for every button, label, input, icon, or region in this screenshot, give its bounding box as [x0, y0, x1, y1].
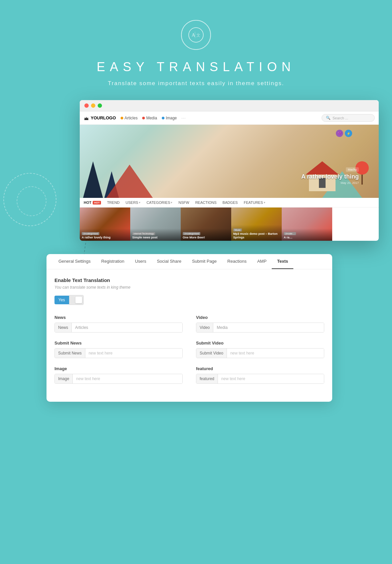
tab-social-share[interactable]: Social Share	[151, 254, 187, 269]
field-group-submit-video: Submit Video Submit Video	[196, 341, 324, 358]
field-input-image[interactable]	[73, 374, 182, 383]
media-dot	[142, 117, 145, 119]
thumb-title-2: Simple news post	[132, 236, 179, 239]
dark-tree-1	[83, 161, 103, 198]
section-title: Enable Text Translation	[54, 277, 324, 283]
content-navbar: HOT HOT TREND USERS ▾ CATEGORIES ▾ NSFW …	[80, 198, 379, 208]
field-prefix-submit-video: Submit Video	[196, 349, 227, 358]
nav-categories[interactable]: CATEGORIES ▾	[147, 201, 172, 205]
toggle-row[interactable]: Yes	[54, 295, 324, 305]
thumb-cat-5: Uncate…	[284, 232, 296, 235]
red-mountain	[106, 165, 153, 198]
site-logo: YOURLOGO	[84, 115, 116, 121]
page-subtitle: Translate some important texts easily in…	[7, 80, 385, 87]
thumb-item-3[interactable]: Uncategorised One More Beer!	[181, 208, 231, 241]
translation-icon: A 文	[188, 27, 204, 43]
svg-point-0	[189, 28, 203, 42]
categories-label: CATEGORIES	[147, 201, 170, 205]
thumb-cat-1: Uncategorised	[82, 232, 99, 235]
tree-trunk	[361, 175, 363, 185]
thumb-item-5[interactable]: Uncate… A ra…	[282, 208, 332, 241]
thumb-cat-2: Internet Technology	[132, 232, 155, 235]
field-input-submit-news[interactable]	[85, 349, 182, 358]
search-placeholder: Search ...	[333, 116, 348, 120]
thumb-cat-4: Music	[233, 228, 242, 231]
thumb-overlay-1: Uncategorised A rather lovely thing	[80, 228, 130, 241]
toggle-yes-label: Yes	[54, 296, 69, 304]
settings-panel: General Settings Registration Users Soci…	[47, 254, 332, 402]
field-input-row-featured: featured	[196, 374, 324, 384]
thumb-overlay-3: Uncategorised One More Beer!	[181, 228, 231, 241]
tab-texts[interactable]: Texts	[272, 254, 293, 269]
field-input-row-submit-news: Submit News	[54, 348, 183, 358]
thumb-overlay-5: Uncate… A ra…	[282, 228, 332, 241]
field-group-video: Video Video	[196, 315, 324, 333]
tab-submit-page[interactable]: Submit Page	[187, 254, 222, 269]
field-input-video[interactable]	[213, 323, 324, 332]
hero-image: 💜 ⚡ Machu A rather lovely thing May 20, …	[80, 125, 379, 198]
badges-label: BADGES	[223, 201, 238, 205]
tab-amp[interactable]: AMP	[252, 254, 272, 269]
tab-reactions[interactable]: Reactions	[222, 254, 252, 269]
search-icon: 🔍	[326, 116, 331, 120]
field-input-row-video: Video	[196, 323, 324, 333]
hot-badge: HOT	[93, 201, 101, 205]
thumb-item-1[interactable]: Uncategorised A rather lovely thing	[80, 208, 130, 241]
field-label-news: News	[54, 315, 183, 320]
image-dot	[162, 117, 164, 119]
toggle-switch[interactable]	[69, 295, 84, 305]
field-prefix-news: News	[55, 323, 72, 332]
thumbnail-row: Uncategorised A rather lovely thing Inte…	[80, 208, 379, 241]
field-label-featured: featured	[196, 366, 324, 371]
tab-general-settings[interactable]: General Settings	[53, 254, 96, 269]
nav-reactions[interactable]: REACTIONS	[195, 201, 217, 205]
hero-date: May 20, 2017	[301, 181, 359, 185]
svg-text:A: A	[192, 33, 195, 38]
nav-users[interactable]: USERS ▾	[126, 201, 141, 205]
field-input-featured[interactable]	[218, 374, 324, 383]
nsfw-label: NSFW	[178, 201, 189, 205]
nav-link-media[interactable]: Media	[142, 116, 157, 120]
logo-text: YOURLOGO	[91, 115, 116, 120]
field-prefix-submit-news: Submit News	[55, 349, 85, 358]
thumb-overlay-2: Internet Technology Simple news post	[130, 228, 181, 241]
deco-circle-inner	[17, 186, 47, 216]
search-bar[interactable]: 🔍 Search ...	[322, 114, 375, 122]
thumb-item-4[interactable]: Music Mp3 music demo post – Barton Sprin…	[231, 208, 282, 241]
settings-content: Enable Text Translation You can translat…	[47, 269, 332, 392]
window-maximize-dot	[98, 103, 102, 108]
field-group-featured: featured featured	[196, 366, 324, 384]
tab-users[interactable]: Users	[130, 254, 151, 269]
section-description: You can translate some texts in king the…	[54, 285, 324, 290]
users-chevron: ▾	[139, 201, 141, 204]
header: A 文 EASY TRANSLATION Translate some impo…	[0, 0, 392, 100]
browser-window: YOURLOGO Articles Media Image ··· 🔍	[80, 100, 379, 241]
browser-navbar: YOURLOGO Articles Media Image ··· 🔍	[80, 111, 379, 125]
field-input-row-image: Image	[54, 374, 183, 384]
nav-trend[interactable]: TREND	[107, 201, 120, 205]
nav-nsfw[interactable]: NSFW	[178, 201, 189, 205]
thumb-cat-3: Uncategorised	[183, 232, 200, 235]
field-group-news: News News	[54, 315, 183, 333]
nav-badges[interactable]: BADGES	[223, 201, 238, 205]
nav-hot[interactable]: HOT HOT	[84, 201, 101, 205]
thumb-title-1: A rather lovely thing	[82, 236, 128, 239]
field-input-submit-video[interactable]	[227, 349, 324, 358]
tab-registration[interactable]: Registration	[96, 254, 130, 269]
reactions-label: REACTIONS	[195, 201, 217, 205]
nav-link-image[interactable]: Image	[162, 116, 177, 120]
hero-overlay: Machu A rather lovely thing May 20, 2017	[301, 166, 359, 185]
crown-icon	[84, 115, 89, 121]
svg-rect-4	[84, 119, 88, 120]
thumb-overlay-4: Music Mp3 music demo post – Barton Sprin…	[231, 225, 282, 241]
field-input-row-news: News	[54, 323, 183, 333]
users-label: USERS	[126, 201, 138, 205]
badge-heart: 💜	[336, 130, 343, 137]
field-prefix-image: Image	[55, 374, 73, 383]
nav-features[interactable]: FEATURES ▾	[244, 201, 265, 205]
nav-articles-label: Articles	[125, 116, 138, 120]
field-input-news[interactable]	[72, 323, 182, 332]
window-close-dot	[84, 103, 89, 108]
nav-link-articles[interactable]: Articles	[121, 116, 138, 120]
thumb-item-2[interactable]: Internet Technology Simple news post	[130, 208, 181, 241]
